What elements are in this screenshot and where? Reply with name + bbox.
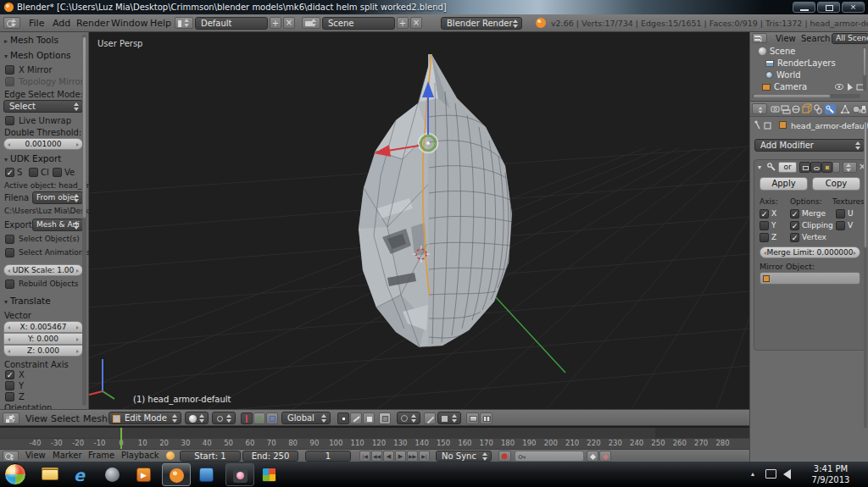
viewport-shading-dropdown[interactable] [185,412,209,424]
properties-scrollbar[interactable] [864,120,867,456]
screen-layout-selector[interactable]: Default [195,17,268,30]
jump-to-start-button[interactable]: |◀ [359,451,370,462]
properties-scrollbar-thumb[interactable] [864,121,867,248]
live-unwrap-checkbox[interactable] [5,116,14,125]
taskbar-explorer-button[interactable] [37,465,63,484]
timeline-menu-playback[interactable]: Playback [121,451,159,460]
panel-mesh-options-header[interactable]: ▾Mesh Options [4,50,71,60]
play-button[interactable]: ▶ [395,451,406,462]
timeline-menu-marker[interactable]: Marker [53,451,82,460]
taskbar-app3-button[interactable] [225,463,254,486]
render-opengl-anim-button[interactable] [480,412,492,424]
play-reverse-button[interactable]: ◀ [383,451,394,462]
limit-to-visible-button[interactable] [379,412,391,424]
menu-window[interactable]: Window [111,18,147,29]
constraint-z-checkbox[interactable] [5,392,14,401]
outliner-hscrollbar-thumb[interactable] [753,94,831,98]
texture-v-checkbox[interactable] [836,221,845,230]
udk-cl-checkbox[interactable] [29,168,38,177]
tray-expand-icon[interactable]: ▴ [751,470,754,478]
tool-shelf-scrollbar-thumb[interactable] [82,36,86,219]
render-engine-selector[interactable]: Blender Render [441,17,522,30]
outliner-vscrollbar-thumb[interactable] [863,47,866,76]
constraint-y-checkbox[interactable] [5,381,14,390]
viewport-menu-view[interactable]: View [25,413,47,424]
mode-dropdown[interactable]: Edit Mode [108,412,181,424]
delete-layout-button[interactable]: × [283,17,295,29]
prev-keyframe-button[interactable]: ◀◀ [371,451,382,462]
sync-dropdown[interactable]: No Sync [436,451,492,462]
modifier-reorder-buttons[interactable] [843,162,857,173]
select-animations-checkbox[interactable] [5,248,14,257]
outliner-vscrollbar[interactable] [863,47,866,91]
tool-shelf-scrollbar[interactable] [82,35,86,406]
taskbar-app2-button[interactable] [194,465,220,484]
menu-file[interactable]: File [29,18,44,29]
insert-keyframe-button[interactable] [587,451,598,462]
properties-tab-icons[interactable] [771,103,867,115]
outliner-item-scene[interactable]: Scene [759,47,796,56]
modifier-cage-toggle[interactable] [832,162,840,173]
taskbar-app1-button[interactable] [100,465,125,484]
minimize-button[interactable] [793,2,815,13]
modifier-render-toggle[interactable] [799,162,810,173]
edge-select-mode-dropdown[interactable]: Select [3,100,83,113]
current-frame-field[interactable]: 1 [305,451,351,462]
close-button[interactable]: × [842,2,865,13]
outliner-item-camera[interactable]: Camera [762,82,807,91]
add-modifier-dropdown[interactable]: Add Modifier [754,139,865,152]
camera-row-toggles[interactable] [835,82,865,91]
taskbar-blender-button-active[interactable] [162,463,191,486]
mirror-z-checkbox[interactable] [760,233,769,242]
screen-layout-icon-dropdown[interactable] [175,17,193,29]
merge-checkbox[interactable]: ✓ [790,209,799,219]
manipulator-translate-button[interactable] [241,412,253,424]
x-mirror-checkbox[interactable] [5,65,14,75]
panel-udk-export-header[interactable]: ▾UDK Export [4,153,61,163]
outliner-item-renderlayers[interactable]: RenderLayers [765,58,836,68]
constraint-x-checkbox[interactable]: ✓ [5,370,14,379]
outliner-hscrollbar[interactable] [752,94,860,98]
manipulator-rotate-button[interactable] [253,412,265,424]
scene-selector[interactable]: Scene [322,17,395,30]
render-opengl-button[interactable] [466,412,479,424]
head-mesh[interactable] [359,54,512,347]
jump-to-end-button[interactable]: ▶| [419,451,430,462]
transform-orientation-dropdown[interactable]: Global [281,412,331,424]
delete-scene-button[interactable]: × [410,17,422,29]
outliner-menu-search[interactable]: Search [801,34,830,43]
udk-scale-slider[interactable]: UDK Scale: 1.00 [3,264,83,276]
vertex-checkbox[interactable]: ✓ [790,233,799,242]
scene-icon-dropdown[interactable] [302,17,320,29]
taskbar-media-player-button[interactable]: ▶ [131,465,157,484]
outliner-filter-dropdown[interactable]: All Scenes [832,33,868,44]
properties-editor-type-dropdown[interactable] [752,103,767,114]
vector-z-field[interactable]: Z: 0.000 [3,345,83,357]
select-objects-checkbox[interactable] [5,235,14,244]
add-scene-button[interactable]: + [397,17,409,29]
export-dropdown[interactable]: Mesh & Ani [32,219,83,231]
viewport-3d[interactable]: User Persp (1) head_armor-default [89,32,749,409]
timeline-editor-type-dropdown[interactable] [3,451,19,462]
timeline-range-area[interactable] [123,428,655,438]
viewport-editor-type-dropdown[interactable] [3,412,19,424]
viewport-canvas[interactable] [89,32,749,409]
clipping-checkbox[interactable]: ✓ [790,221,799,230]
snap-element-dropdown[interactable] [437,412,461,424]
outliner-menu-view[interactable]: View [776,34,796,43]
speaker-tray-icon[interactable] [783,469,791,479]
start-button[interactable] [4,463,26,485]
double-threshold-slider[interactable]: 0.001000 [3,138,83,150]
timeline-menu-view[interactable]: View [25,451,46,460]
delete-keyframe-button[interactable] [599,451,611,462]
edge-select-button[interactable] [350,412,362,424]
face-select-button[interactable] [363,412,375,424]
outliner-editor-type-dropdown[interactable] [752,33,767,43]
modifier-name-field[interactable]: or [778,162,797,173]
rebuild-objects-checkbox[interactable] [5,279,14,289]
timeline-after-end-area[interactable] [655,428,749,438]
udk-s-checkbox[interactable]: ✓ [5,168,14,177]
mirror-y-checkbox[interactable] [760,221,769,230]
proportional-edit-dropdown[interactable] [397,412,420,424]
modifier-expand-icon[interactable]: ▾ [758,163,761,171]
